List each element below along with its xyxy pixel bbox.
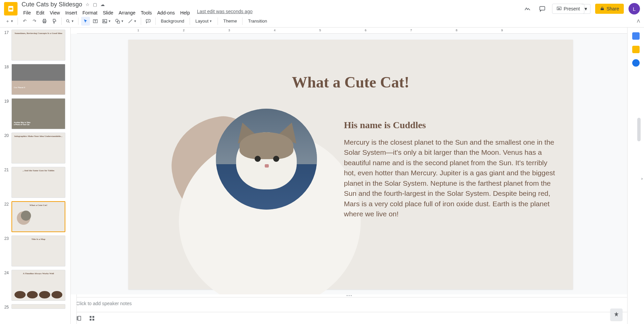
slide-title-text[interactable]: What a Cute Cat! [128,73,573,91]
slide-filmstrip[interactable]: 17Sometimes, Reviewing Concepts Is a Goo… [0,28,71,324]
thumbnail-23[interactable]: This Is a Map [11,236,65,266]
present-button[interactable]: Present [552,4,584,14]
comment-tool[interactable] [144,17,153,26]
paint-format-button[interactable] [50,17,59,26]
thumbnail-22[interactable]: What a Cute Cat! [11,201,65,232]
slide-num: 21 [3,167,9,198]
image-tool[interactable]: ▼ [101,17,112,26]
svg-rect-12 [117,21,120,23]
slide-num: 17 [3,30,9,61]
thumbnail-17[interactable]: Sometimes, Reviewing Concepts Is a Good … [11,30,65,61]
svg-rect-5 [43,19,46,20]
select-tool[interactable] [81,17,90,26]
slide-num: 25 [3,304,9,310]
layout-label: Layout [195,19,208,24]
textbox-tool[interactable] [91,17,100,26]
app-root: Cute Cats by Slidesgo ☆ ▢ ☁ File Edit Vi… [0,0,644,324]
svg-point-7 [66,20,69,22]
cloud-status-icon[interactable]: ☁ [100,2,105,7]
collapse-toolbar-icon[interactable]: ᐱ [637,19,640,24]
zoom-button[interactable]: ▼ [64,17,75,26]
slide-body-text[interactable]: Mercury is the closest planet to the Sun… [344,137,559,219]
notes-divider[interactable] [71,294,627,297]
svg-rect-17 [93,316,94,318]
svg-rect-19 [93,319,94,320]
thumbnail-21[interactable]: ...And the Same Goes for Tables [11,167,65,198]
slides-logo[interactable] [4,2,18,15]
line-tool[interactable]: ▼ [126,17,138,26]
thumbnail-20[interactable]: Infographics Make Your Idea Understandab… [11,133,65,164]
bottom-bar [71,312,627,324]
side-rail: › [627,28,644,324]
print-button[interactable] [40,17,49,26]
present-dropdown[interactable]: ▼ [582,4,590,14]
svg-point-11 [116,19,118,22]
activity-icon[interactable] [522,4,533,14]
thumbnail-25[interactable] [11,304,65,309]
svg-rect-2 [540,6,545,10]
slide-num: 24 [3,270,9,301]
document-title[interactable]: Cute Cats by Slidesgo [22,1,82,8]
share-button[interactable]: Share [595,4,624,14]
present-label: Present [564,6,580,11]
svg-rect-9 [103,19,107,23]
slide-num: 23 [3,236,9,266]
explore-button[interactable] [610,309,622,321]
slide-num: 22 [3,201,9,232]
thumbnail-24[interactable]: A Timeline Always Works Well [11,270,65,301]
transition-button[interactable]: Transition [245,17,270,26]
svg-rect-15 [78,316,81,320]
slide-num: 20 [3,133,9,164]
grid-view-icon[interactable] [88,314,96,323]
canvas-viewport[interactable]: What a Cute Cat! His name is Cuddles Mer… [71,34,627,294]
hide-side-panel-icon[interactable]: › [641,176,643,181]
svg-rect-18 [90,319,91,320]
toolbar: ＋▼ ↶ ↷ ▼ ▼ ▼ ▼ Background Layout▼ Theme … [0,15,644,28]
speaker-notes[interactable]: Click to add speaker notes [71,297,627,312]
horizontal-ruler: 1 2 3 4 5 6 7 8 9 [77,28,627,34]
svg-rect-6 [43,22,46,23]
slide-subtitle-text[interactable]: His name is Cuddles [344,120,426,131]
undo-button[interactable]: ↶ [21,17,29,26]
layout-button[interactable]: Layout▼ [193,17,215,26]
comments-icon[interactable] [537,4,547,14]
svg-rect-16 [90,316,91,318]
account-avatar[interactable]: L [629,3,640,14]
new-slide-button[interactable]: ＋▼ [4,17,15,26]
slide-canvas[interactable]: What a Cute Cat! His name is Cuddles Mer… [128,40,573,289]
header: Cute Cats by Slidesgo ☆ ▢ ☁ File Edit Vi… [0,0,644,15]
move-icon[interactable]: ▢ [93,2,97,7]
theme-button[interactable]: Theme [221,17,239,26]
slide-num: 19 [3,98,9,129]
star-icon[interactable]: ☆ [86,2,90,7]
share-label: Share [607,6,619,11]
background-button[interactable]: Background [158,17,187,26]
svg-rect-1 [9,8,12,10]
thumbnail-18[interactable]: Our Planet II [11,64,65,95]
redo-button[interactable]: ↷ [30,17,39,26]
shape-tool[interactable]: ▼ [114,17,125,26]
cat-photo[interactable] [216,109,317,210]
thumbnail-19[interactable]: Another Way to Take a Photo of Your Cat [11,98,65,129]
slide-num: 18 [3,64,9,95]
